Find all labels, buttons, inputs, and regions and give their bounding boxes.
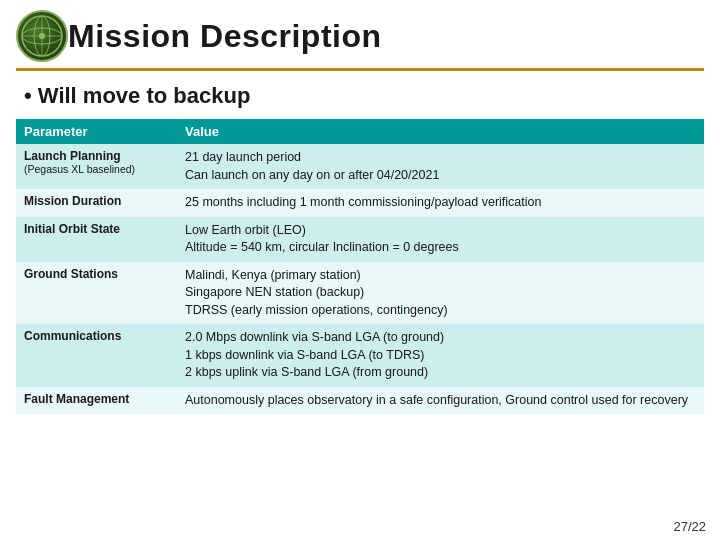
title-divider — [16, 68, 704, 71]
logo — [16, 10, 68, 62]
param-label: Launch Planning — [24, 149, 169, 163]
value-text: 21 day launch period — [185, 150, 301, 164]
header: Mission Description — [0, 0, 720, 68]
value-text: 2 kbps uplink via S-band LGA (from groun… — [185, 365, 428, 379]
value-cell: Malindi, Kenya (primary station)Singapor… — [177, 262, 704, 325]
value-cell: 25 months including 1 month commissionin… — [177, 189, 704, 217]
table-row: Communications2.0 Mbps downlink via S-ba… — [16, 324, 704, 387]
logo-icon — [20, 14, 64, 58]
param-cell: Launch Planning(Pegasus XL baselined) — [16, 144, 177, 189]
page-number: 27/22 — [673, 519, 706, 534]
value-text: Low Earth orbit (LEO) — [185, 223, 306, 237]
value-cell: Autonomously places observatory in a saf… — [177, 387, 704, 415]
value-cell: Low Earth orbit (LEO)Altitude = 540 km, … — [177, 217, 704, 262]
bullet-text: • Will move to backup — [0, 83, 720, 119]
param-label: Mission Duration — [16, 189, 177, 217]
value-text: Can launch on any day on or after 04/20/… — [185, 168, 439, 182]
value-text: TDRSS (early mission operations, conting… — [185, 303, 448, 317]
value-text: Autonomously places observatory in a saf… — [185, 393, 688, 407]
value-text: Singapore NEN station (backup) — [185, 285, 364, 299]
value-text: 25 months including 1 month commissionin… — [185, 195, 541, 209]
value-cell: 2.0 Mbps downlink via S-band LGA (to gro… — [177, 324, 704, 387]
table-row: Mission Duration25 months including 1 mo… — [16, 189, 704, 217]
bullet-icon: • — [24, 83, 38, 108]
param-label: Ground Stations — [16, 262, 177, 325]
param-label: Communications — [16, 324, 177, 387]
data-table: Parameter Value Launch Planning(Pegasus … — [16, 119, 704, 414]
table-row: Initial Orbit StateLow Earth orbit (LEO)… — [16, 217, 704, 262]
table-row: Launch Planning(Pegasus XL baselined)21 … — [16, 144, 704, 189]
value-text: Malindi, Kenya (primary station) — [185, 268, 361, 282]
col-header-value: Value — [177, 119, 704, 144]
param-sublabel: (Pegasus XL baselined) — [24, 163, 169, 175]
param-label: Fault Management — [16, 387, 177, 415]
value-text: Altitude = 540 km, circular Inclination … — [185, 240, 459, 254]
bullet-content: Will move to backup — [38, 83, 251, 108]
value-cell: 21 day launch periodCan launch on any da… — [177, 144, 704, 189]
value-text: 1 kbps downlink via S-band LGA (to TDRS) — [185, 348, 424, 362]
table-header-row: Parameter Value — [16, 119, 704, 144]
value-text: 2.0 Mbps downlink via S-band LGA (to gro… — [185, 330, 444, 344]
page-title: Mission Description — [68, 18, 382, 55]
table-row: Fault ManagementAutonomously places obse… — [16, 387, 704, 415]
col-header-param: Parameter — [16, 119, 177, 144]
table-row: Ground StationsMalindi, Kenya (primary s… — [16, 262, 704, 325]
param-label: Initial Orbit State — [16, 217, 177, 262]
